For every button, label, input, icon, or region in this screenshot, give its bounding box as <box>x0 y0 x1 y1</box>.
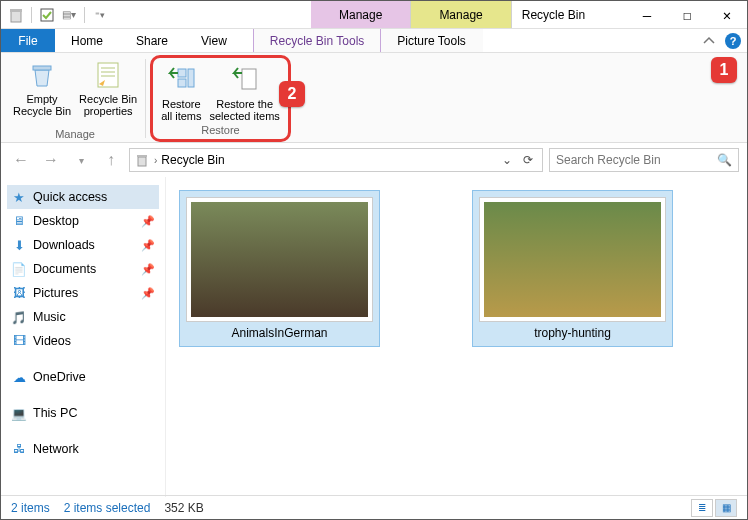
nav-desktop[interactable]: 🖥 Desktop 📌 <box>7 209 159 233</box>
file-item[interactable]: trophy-hunting <box>473 191 672 346</box>
file-menu[interactable]: File <box>1 29 55 52</box>
nav-videos-label: Videos <box>33 334 71 348</box>
contextual-tabs: Manage Manage <box>311 1 512 28</box>
pin-icon: 📌 <box>141 287 155 300</box>
back-button[interactable]: ← <box>9 148 33 172</box>
pin-icon: 📌 <box>141 239 155 252</box>
search-input[interactable]: Search Recycle Bin 🔍 <box>549 148 739 172</box>
documents-icon: 📄 <box>11 261 27 277</box>
nav-quick-access-label: Quick access <box>33 190 107 204</box>
navigation-pane: ★ Quick access 🖥 Desktop 📌 ⬇ Downloads 📌… <box>1 177 166 497</box>
restore-all-icon <box>165 64 197 96</box>
refresh-button[interactable]: ⟳ <box>518 153 538 167</box>
nav-documents-label: Documents <box>33 262 96 276</box>
nav-network[interactable]: 🖧 Network <box>7 437 159 461</box>
search-placeholder: Search Recycle Bin <box>556 153 661 167</box>
file-item[interactable]: AnimalsInGerman <box>180 191 379 346</box>
pictures-icon: 🖼 <box>11 285 27 301</box>
share-tab[interactable]: Share <box>120 29 185 52</box>
svg-rect-1 <box>10 9 22 12</box>
nav-music-label: Music <box>33 310 66 324</box>
svg-rect-5 <box>178 69 186 77</box>
restore-selected-label: Restore the selected items <box>210 98 280 122</box>
empty-recycle-bin-button[interactable]: Empty Recycle Bin <box>13 59 71 117</box>
properties-icon[interactable]: ▤▾ <box>60 6 78 24</box>
checkbox-icon[interactable] <box>38 6 56 24</box>
chevron-right-icon[interactable]: › <box>154 155 157 166</box>
forward-button[interactable]: → <box>39 148 63 172</box>
title-bar: ▤▾ ⁼▾ Manage Manage Recycle Bin — ☐ ✕ <box>1 1 747 29</box>
explorer-body: ★ Quick access 🖥 Desktop 📌 ⬇ Downloads 📌… <box>1 177 747 497</box>
desktop-icon: 🖥 <box>11 213 27 229</box>
music-icon: 🎵 <box>11 309 27 325</box>
content-area[interactable]: AnimalsInGerman trophy-hunting <box>166 177 747 497</box>
status-bar: 2 items 2 items selected 352 KB ≣ ▦ <box>1 495 747 519</box>
manage-tab-yellow[interactable]: Manage <box>411 1 511 28</box>
breadcrumb-dropdown-icon[interactable]: ⌄ <box>502 153 512 167</box>
recent-locations-button[interactable]: ▾ <box>69 148 93 172</box>
restore-all-button[interactable]: Restore all items <box>161 64 201 122</box>
svg-rect-3 <box>33 66 51 70</box>
videos-icon: 🎞 <box>11 333 27 349</box>
nav-quick-access[interactable]: ★ Quick access <box>7 185 159 209</box>
recycle-bin-icon <box>7 6 25 24</box>
qat-customize-icon[interactable]: ⁼▾ <box>91 6 109 24</box>
ribbon-group-restore: Restore all items Restore the selected i… <box>157 60 284 138</box>
collapse-ribbon-icon[interactable] <box>701 33 717 49</box>
nav-this-pc[interactable]: 💻 This PC <box>7 401 159 425</box>
nav-downloads[interactable]: ⬇ Downloads 📌 <box>7 233 159 257</box>
close-button[interactable]: ✕ <box>707 1 747 28</box>
nav-pictures[interactable]: 🖼 Pictures 📌 <box>7 281 159 305</box>
view-tab[interactable]: View <box>185 29 244 52</box>
svg-rect-10 <box>137 155 147 157</box>
recycle-bin-icon <box>134 152 150 168</box>
quick-access-toolbar: ▤▾ ⁼▾ <box>1 1 115 28</box>
breadcrumb[interactable]: › Recycle Bin ⌄ ⟳ <box>129 148 543 172</box>
manage-group-label: Manage <box>55 126 95 142</box>
nav-videos[interactable]: 🎞 Videos <box>7 329 159 353</box>
recycle-bin-tools-tab[interactable]: Recycle Bin Tools <box>253 29 382 52</box>
restore-group-highlight: Restore all items Restore the selected i… <box>150 55 291 142</box>
recycle-bin-properties-button[interactable]: Recycle Bin properties <box>79 59 137 117</box>
nav-network-label: Network <box>33 442 79 456</box>
svg-rect-0 <box>11 11 21 22</box>
picture-tools-tab[interactable]: Picture Tools <box>381 29 482 52</box>
trash-icon <box>26 59 58 91</box>
pin-icon: 📌 <box>141 215 155 228</box>
recycle-bin-properties-label: Recycle Bin properties <box>79 93 137 117</box>
pin-icon: 📌 <box>141 263 155 276</box>
status-item-count: 2 items <box>11 501 50 515</box>
restore-selected-button[interactable]: Restore the selected items <box>210 64 280 122</box>
ribbon-group-manage: Empty Recycle Bin Recycle Bin properties… <box>9 55 141 142</box>
thumbnail <box>186 197 373 322</box>
window-title: Recycle Bin <box>512 1 595 28</box>
help-icon[interactable]: ? <box>725 33 741 49</box>
nav-onedrive-label: OneDrive <box>33 370 86 384</box>
nav-desktop-label: Desktop <box>33 214 79 228</box>
restore-selected-icon <box>229 64 261 96</box>
details-view-button[interactable]: ≣ <box>691 499 713 517</box>
nav-music[interactable]: 🎵 Music <box>7 305 159 329</box>
nav-this-pc-label: This PC <box>33 406 77 420</box>
annotation-marker-2: 2 <box>279 81 305 107</box>
status-selected-count: 2 items selected <box>64 501 151 515</box>
svg-rect-8 <box>242 69 256 89</box>
nav-documents[interactable]: 📄 Documents 📌 <box>7 257 159 281</box>
nav-onedrive[interactable]: ☁ OneDrive <box>7 365 159 389</box>
address-bar: ← → ▾ ↑ › Recycle Bin ⌄ ⟳ Search Recycle… <box>1 143 747 177</box>
thumbnails-view-button[interactable]: ▦ <box>715 499 737 517</box>
file-name: AnimalsInGerman <box>231 326 327 340</box>
thumbnail <box>479 197 666 322</box>
manage-tab-purple[interactable]: Manage <box>311 1 411 28</box>
svg-rect-7 <box>188 69 194 87</box>
status-size: 352 KB <box>164 501 203 515</box>
maximize-button[interactable]: ☐ <box>667 1 707 28</box>
home-tab[interactable]: Home <box>55 29 120 52</box>
up-button[interactable]: ↑ <box>99 148 123 172</box>
star-icon: ★ <box>11 189 27 205</box>
minimize-button[interactable]: — <box>627 1 667 28</box>
restore-group-label: Restore <box>201 122 240 138</box>
ribbon: Empty Recycle Bin Recycle Bin properties… <box>1 53 747 143</box>
breadcrumb-location[interactable]: Recycle Bin <box>161 153 224 167</box>
svg-rect-9 <box>138 157 146 166</box>
